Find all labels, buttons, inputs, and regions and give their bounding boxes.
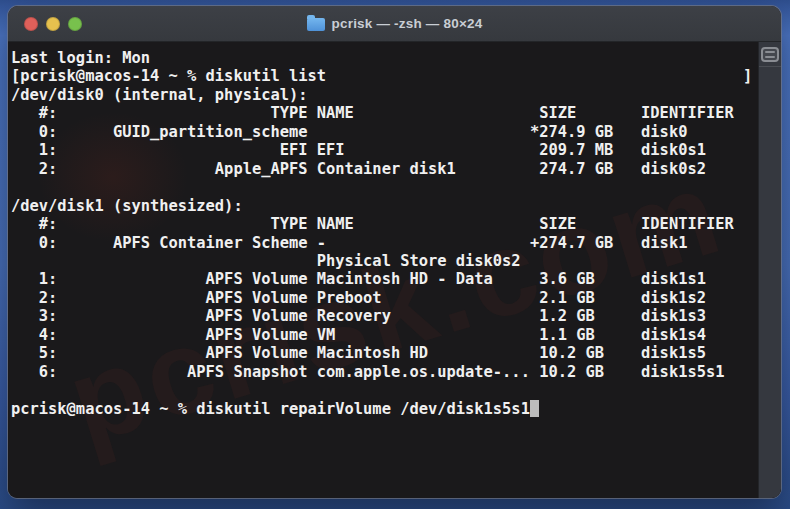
split-pane-button[interactable] (761, 47, 779, 62)
folder-icon (307, 18, 325, 31)
terminal-cursor (530, 400, 539, 417)
zoom-button[interactable] (68, 17, 82, 31)
terminal-window: pcrisk — -zsh — 80×24 pcrisk.com Last lo… (8, 6, 781, 498)
close-button[interactable] (24, 17, 38, 31)
window-controls (24, 6, 82, 42)
split-pane-icon (765, 51, 775, 53)
title-group: pcrisk — -zsh — 80×24 (307, 16, 483, 31)
window-title: pcrisk — -zsh — 80×24 (332, 16, 483, 31)
titlebar[interactable]: pcrisk — -zsh — 80×24 (8, 6, 781, 42)
scrollbar-track[interactable] (758, 42, 781, 498)
split-pane-icon (765, 56, 775, 58)
desktop-background: pcrisk — -zsh — 80×24 pcrisk.com Last lo… (0, 0, 790, 509)
minimize-button[interactable] (46, 17, 60, 31)
split-pane-area (759, 43, 781, 67)
terminal-screen[interactable]: Last login: Mon [pcrisk@macos-14 ~ % dis… (11, 49, 756, 418)
terminal-content: pcrisk.com Last login: Mon [pcrisk@macos… (8, 42, 781, 498)
